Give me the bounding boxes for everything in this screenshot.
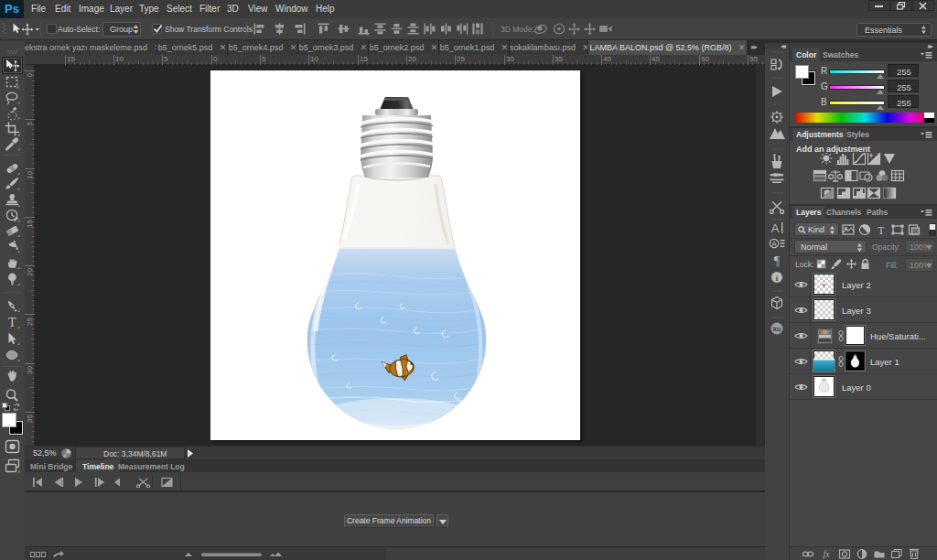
- svg-text:T: T: [878, 224, 885, 237]
- svg-text:ku: ku: [773, 325, 781, 333]
- svg-text:A: A: [771, 221, 780, 235]
- svg-text:fx: fx: [823, 549, 830, 559]
- svg-text:¶: ¶: [774, 254, 781, 268]
- svg-text:A: A: [771, 240, 777, 248]
- svg-text:T: T: [8, 316, 16, 329]
